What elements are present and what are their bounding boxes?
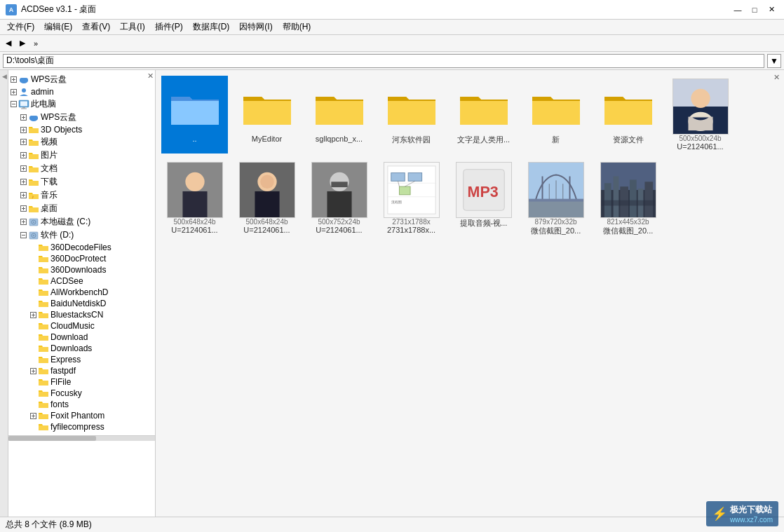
expander-icon[interactable] — [18, 125, 28, 135]
menu-tools[interactable]: 工具(I) — [116, 20, 149, 34]
expander-icon[interactable] — [8, 87, 18, 97]
expander-icon[interactable] — [28, 287, 38, 297]
menu-file[interactable]: 文件(F) — [3, 20, 39, 34]
expander-icon[interactable] — [18, 231, 28, 240]
toolbar-overflow[interactable]: » — [31, 39, 41, 48]
sidebar-item-fastpdf[interactable]: fastpdf — [8, 365, 155, 376]
expander-icon[interactable] — [18, 217, 28, 227]
sidebar-item-music[interactable]: ♪音乐 — [8, 189, 155, 202]
svg-rect-82 — [331, 182, 347, 187]
content-close-button[interactable]: ✕ — [773, 73, 780, 82]
file-item-audio[interactable]: MP3 提取音频-视... — [450, 159, 517, 239]
sidebar-item-360decode[interactable]: 360DecodeFiles — [8, 242, 155, 253]
sidebar-item-wps-cloud-root[interactable]: WPS云盘 — [8, 73, 155, 86]
status-text: 总共 8 个文件 (8.9 MB) — [6, 519, 92, 531]
expander-icon[interactable] — [28, 265, 38, 275]
expander-icon[interactable] — [28, 422, 38, 432]
sidebar-item-360dl[interactable]: 360Downloads — [8, 264, 155, 275]
expander-icon[interactable] — [18, 151, 28, 161]
maximize-button[interactable]: □ — [748, 4, 762, 15]
expander-icon[interactable] — [28, 343, 38, 353]
expander-icon[interactable] — [28, 332, 38, 342]
file-item-photo3[interactable]: 500x648x24bU=2124061... — [234, 159, 300, 239]
sidebar-item-desktop[interactable]: 桌面 — [8, 202, 155, 215]
sidebar-item-fyfile[interactable]: fyfilecompress — [8, 421, 155, 432]
expander-icon[interactable] — [18, 177, 28, 187]
sidebar-item-baidunet[interactable]: BaiduNetdiskD — [8, 298, 155, 309]
address-dropdown[interactable]: ▼ — [767, 54, 781, 68]
expander-icon[interactable] — [18, 191, 28, 200]
expander-icon[interactable] — [28, 321, 38, 331]
sidebar-item-wps-cloud[interactable]: WPS云盘 — [8, 111, 155, 124]
menu-edit[interactable]: 编辑(E) — [40, 20, 76, 34]
sidebar-item-cloudmusic[interactable]: CloudMusic — [8, 320, 155, 332]
expander-icon[interactable] — [8, 75, 18, 85]
file-item-dotdot[interactable]: .. — [161, 76, 228, 154]
file-item-bridge[interactable]: 879x720x32b微信截图_20... — [522, 159, 589, 239]
sidebar-item-local-disk-c[interactable]: 本地磁盘 (C:) — [8, 215, 155, 229]
file-item-photo2[interactable]: 500x648x24bU=2124061... — [161, 159, 228, 239]
sidebar-item-downloads2[interactable]: Downloads — [8, 343, 155, 354]
sidebar-item-download[interactable]: Download — [8, 332, 155, 343]
file-item-photo4[interactable]: 500x752x24bU=2124061... — [306, 159, 372, 239]
menu-plugins[interactable]: 插件(P) — [151, 20, 187, 34]
sidebar-item-label: admin — [29, 87, 54, 97]
file-item-wenzi[interactable]: 文字是人类用... — [450, 76, 517, 154]
sidebar-item-express[interactable]: Express — [8, 354, 155, 365]
sidebar-item-soft-d[interactable]: 软件 (D:) — [8, 229, 155, 242]
expander-icon[interactable] — [18, 204, 28, 214]
toolbar-back[interactable]: ◀ — [3, 38, 14, 48]
menu-help[interactable]: 帮助(H) — [278, 20, 316, 34]
address-input[interactable] — [3, 54, 764, 68]
expander-icon[interactable] — [28, 310, 38, 320]
toolbar-forward[interactable]: ▶ — [17, 38, 28, 48]
folder-icon — [28, 164, 39, 174]
expander-icon[interactable] — [28, 388, 38, 398]
sidebar-item-documents[interactable]: 文档 — [8, 162, 155, 175]
minimize-button[interactable]: — — [731, 4, 745, 15]
file-item-photo1[interactable]: 500x500x24bU=2124061... — [667, 76, 734, 154]
expander-icon[interactable] — [18, 137, 28, 147]
expander-icon[interactable] — [28, 377, 38, 387]
sidebar-item-flfile[interactable]: FlFile — [8, 376, 155, 388]
file-item-sgll[interactable]: sgllqpcnb_x... — [306, 76, 372, 154]
sidebar-item-label: BluestacksCN — [49, 310, 103, 320]
expander-icon[interactable] — [18, 164, 28, 174]
file-item-xin[interactable]: 新 — [522, 76, 589, 154]
file-name-label: U=2124061... — [316, 226, 362, 234]
expander-icon[interactable] — [28, 366, 38, 376]
expander-icon[interactable] — [28, 400, 38, 409]
expander-icon[interactable] — [18, 113, 28, 123]
menu-view[interactable]: 查看(V) — [78, 20, 114, 34]
expander-icon[interactable] — [28, 355, 38, 364]
expander-icon[interactable] — [28, 411, 38, 421]
file-item-diagram[interactable]: 流程图 2731x1788x2731x1788x... — [378, 159, 445, 239]
sidebar-item-pictures[interactable]: 图片 — [8, 149, 155, 162]
sidebar-item-admin[interactable]: admin — [8, 86, 155, 97]
expander-icon[interactable] — [28, 243, 38, 252]
sidebar-item-360doc[interactable]: 360DocProtect — [8, 253, 155, 264]
expander-icon[interactable] — [8, 100, 18, 109]
sidebar-close-button[interactable]: ✕ — [147, 71, 154, 81]
sidebar-item-bluestacks[interactable]: BluestacksCN — [8, 309, 155, 320]
file-item-ziyuan[interactable]: 资源文件 — [595, 76, 661, 154]
sidebar-item-foxit[interactable]: Foxit Phantom — [8, 410, 155, 421]
sidebar-item-label: FlFile — [49, 377, 71, 387]
sidebar-item-videos[interactable]: 视频 — [8, 135, 155, 149]
file-item-hedong[interactable]: 河东软件园 — [378, 76, 445, 154]
menu-database[interactable]: 数据库(D) — [189, 20, 234, 34]
sidebar-item-this-pc[interactable]: 此电脑 — [8, 97, 155, 111]
expander-icon[interactable] — [28, 299, 38, 308]
sidebar-item-aliwork[interactable]: AliWorkbenchD — [8, 287, 155, 298]
sidebar-item-3d-objects[interactable]: 3D Objects — [8, 124, 155, 135]
menu-internet[interactable]: 因特网(I) — [235, 20, 276, 34]
sidebar-item-focusky[interactable]: Focusky — [8, 388, 155, 399]
sidebar-item-downloads[interactable]: 下载 — [8, 175, 155, 189]
expander-icon[interactable] — [28, 254, 38, 264]
sidebar-item-acdsee[interactable]: ACDSee — [8, 275, 155, 287]
close-button[interactable]: ✕ — [764, 4, 778, 15]
file-item-myeditor[interactable]: MyEditor — [234, 76, 300, 154]
expander-icon[interactable] — [28, 276, 38, 286]
file-item-city[interactable]: 821x445x32b微信截图_20... — [595, 159, 661, 239]
sidebar-item-fonts[interactable]: fonts — [8, 399, 155, 410]
